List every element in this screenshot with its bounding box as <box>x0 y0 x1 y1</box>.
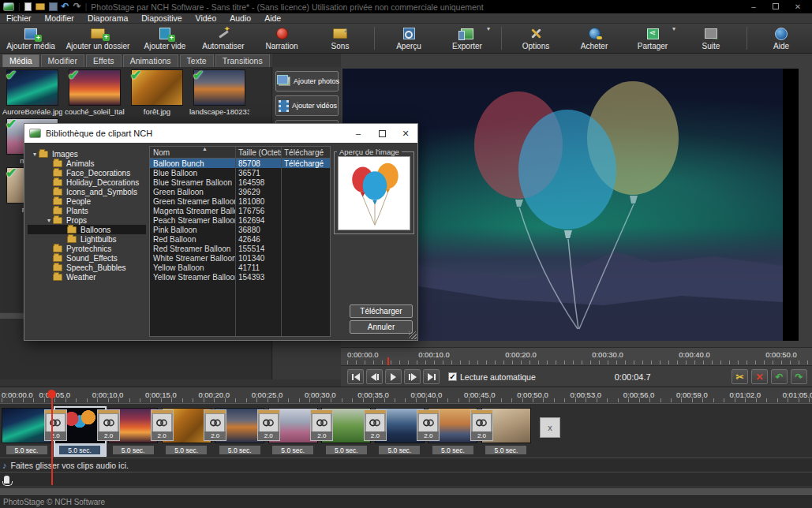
tree-item-holiday-decorations[interactable]: Holiday_Decorations <box>28 177 146 187</box>
tree-item-weather[interactable]: Weather <box>28 272 146 282</box>
tree-item-animals[interactable]: Animals <box>28 159 146 168</box>
preview-playhead-tick[interactable] <box>387 357 389 365</box>
toolbar-exporter[interactable]: ▾Exporter <box>438 24 496 53</box>
transition-badge[interactable]: 2.0 <box>470 409 493 441</box>
table-row[interactable]: Red Streamer Balloon155514 <box>150 244 330 253</box>
redo-icon[interactable]: ↷ <box>73 2 81 11</box>
table-row[interactable]: Yellow Balloon41711 <box>150 263 330 272</box>
split-scissors-icon[interactable]: ✂ <box>732 369 748 384</box>
delete-clip-icon[interactable]: ✕ <box>751 369 768 384</box>
tree-item-balloons[interactable]: Balloons <box>28 225 146 234</box>
tab-animations[interactable]: Animations <box>123 54 178 67</box>
button-ajouter-videos[interactable]: Ajouter vidéos <box>275 95 339 116</box>
table-row[interactable]: Balloon Bunch85708Téléchargé <box>150 159 330 168</box>
toolbar-options[interactable]: Options <box>507 24 565 53</box>
preview-time-ruler[interactable]: 0:00:00.00:00:10.00:00:20.00:00:30.00:00… <box>341 347 812 366</box>
table-row[interactable]: Red Balloon42646 <box>150 234 330 244</box>
transition-badge[interactable]: 2.0 <box>97 409 120 441</box>
toolbar-narration[interactable]: Narration <box>253 24 311 53</box>
new-project-icon[interactable] <box>24 2 32 11</box>
transition-badge[interactable]: 2.0 <box>257 409 280 441</box>
table-row[interactable]: Magenta Streamer Balloon176756 <box>150 206 330 215</box>
transition-badge[interactable]: 2.0 <box>44 409 67 441</box>
media-item-couche-soleil-itali[interactable]: ✔couché_soleil_Itali... <box>65 69 125 116</box>
narration-track[interactable] <box>0 472 812 486</box>
tree-item-plants[interactable]: Plants <box>28 206 146 215</box>
tree-item-lightbulbs[interactable]: Lightbulbs <box>28 234 146 244</box>
table-row[interactable]: Peach Streamer Balloon162694 <box>150 215 330 225</box>
button-ajouter-photos[interactable]: Ajouter photos <box>275 71 339 92</box>
dialog-title-bar[interactable]: Bibliothèque de clipart NCH – ✕ <box>24 124 417 143</box>
transition-badge[interactable]: 2.0 <box>204 409 226 441</box>
menu-video[interactable]: Vidéo <box>196 13 217 23</box>
dialog-minimize-button[interactable]: – <box>346 124 370 143</box>
toolbar-suite[interactable]: Suite <box>682 24 740 53</box>
tab-media[interactable]: Média <box>2 54 39 67</box>
close-button[interactable]: ✕ <box>787 1 809 13</box>
playhead-handle[interactable] <box>47 390 56 398</box>
toolbar-ajouter-media[interactable]: Ajouter média <box>2 24 60 53</box>
tab-effets[interactable]: Effets <box>86 54 122 67</box>
transition-badge[interactable]: 2.0 <box>364 409 387 441</box>
tree-item-props[interactable]: ▾Props <box>28 215 146 225</box>
redo-edit-icon[interactable]: ↷ <box>791 369 807 384</box>
tree-item-sound-effects[interactable]: Sound_Effects <box>28 253 146 263</box>
table-row[interactable]: Pink Balloon36880 <box>150 225 330 234</box>
menu-diapositive[interactable]: Diapositive <box>141 13 181 23</box>
tree-item-face-decorations[interactable]: Face_Decorations <box>28 168 146 177</box>
cancel-button[interactable]: Annuler <box>350 320 413 334</box>
toolbar-automatiser[interactable]: Automatiser <box>194 24 253 53</box>
column-header-nom[interactable]: Nom <box>150 148 235 157</box>
menu-diaporama[interactable]: Diaporama <box>88 13 128 23</box>
toolbar-acheter[interactable]: Acheter <box>565 24 623 53</box>
column-header-taille-octets[interactable]: Taille (Octets) <box>235 148 281 157</box>
toolbar-sons[interactable]: Sons <box>311 24 369 53</box>
menu-aide[interactable]: Aide <box>264 13 281 23</box>
maximize-button[interactable] <box>765 1 787 13</box>
media-item-auroreboreale-jpg[interactable]: ✔AuroreBoréale.jpg <box>2 69 62 116</box>
tree-item-icons-and-symbols[interactable]: Icons_and_Symbols <box>28 187 146 196</box>
tab-transitions[interactable]: Transitions <box>215 54 270 67</box>
transition-badge[interactable]: 2.0 <box>151 409 174 441</box>
tree-item-people[interactable]: People <box>28 196 146 206</box>
toolbar-ajouter-un-dossier[interactable]: Ajouter un dossier <box>60 24 136 53</box>
undo-icon[interactable]: ↶ <box>62 2 69 11</box>
step-back-button[interactable] <box>366 369 383 384</box>
table-row[interactable]: White Streamer Balloon101340 <box>150 253 330 263</box>
table-row[interactable]: Yellow Streamer Balloon154393 <box>150 272 330 282</box>
skip-start-button[interactable] <box>347 369 364 384</box>
table-row[interactable]: Blue Streamer Balloon164598 <box>150 177 330 187</box>
tree-item-pyrotechnics[interactable]: Pyrotechnics <box>28 244 146 253</box>
open-project-icon[interactable] <box>36 3 45 10</box>
table-row[interactable]: Green Streamer Balloon181080 <box>150 196 330 206</box>
play-button[interactable] <box>385 369 402 384</box>
transition-badge[interactable]: 2.0 <box>417 409 440 441</box>
toolbar-apercu[interactable]: Aperçu <box>380 24 438 53</box>
transition-badge[interactable]: 2.0 <box>310 409 333 441</box>
table-row[interactable]: Green Balloon39629 <box>150 187 330 196</box>
menu-audio[interactable]: Audio <box>230 13 251 23</box>
table-row[interactable]: Blue Balloon36571 <box>150 168 330 177</box>
media-item-foret-jpg[interactable]: ✔forêt.jpg <box>127 69 187 116</box>
skip-end-button[interactable] <box>423 369 440 384</box>
save-project-icon[interactable] <box>49 2 58 11</box>
step-forward-button[interactable] <box>404 369 421 384</box>
media-item-landscape-180233[interactable]: ✔landscape-180233... <box>189 69 249 116</box>
menu-fichier[interactable]: Fichier <box>6 13 32 23</box>
menu-modifier[interactable]: Modifier <box>45 13 74 23</box>
timeline-ruler[interactable]: 0:00:00.00:00:05.00:00:10.00:00:15.00:00… <box>0 387 812 403</box>
tab-modifier[interactable]: Modifier <box>41 54 84 67</box>
timeline-end-button[interactable]: x <box>540 417 560 438</box>
playhead-line[interactable] <box>51 390 53 485</box>
toolbar-partager[interactable]: ▾Partager <box>623 24 682 53</box>
minimize-button[interactable]: – <box>743 1 765 13</box>
tree-item-speech-bubbles[interactable]: Speech_Bubbles <box>28 263 146 272</box>
undo-edit-icon[interactable]: ↶ <box>771 369 788 384</box>
column-header-telecharge[interactable]: Téléchargé <box>281 148 330 157</box>
autoplay-checkbox[interactable]: ✓ <box>448 372 457 381</box>
dialog-resize-grip[interactable] <box>409 331 417 339</box>
dialog-maximize-button[interactable] <box>370 124 394 143</box>
toolbar-aide[interactable]: Aide <box>752 24 810 53</box>
toolbar-ajouter-vide[interactable]: Ajouter vide <box>136 24 194 53</box>
download-button[interactable]: Télécharger <box>350 304 413 318</box>
